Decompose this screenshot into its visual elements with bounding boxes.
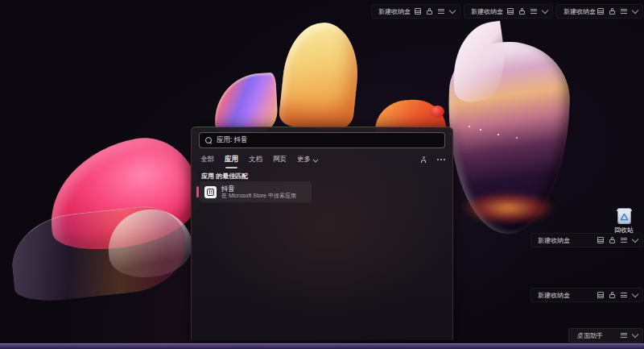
storage-box-titlebar-1[interactable]: 新建收纳盒 — [371, 4, 460, 19]
storage-box-controls — [415, 8, 455, 15]
storage-box-title: 新建收纳盒 — [538, 291, 597, 300]
lock-icon[interactable] — [609, 10, 615, 15]
menu-icon[interactable] — [621, 333, 627, 338]
wallpaper-yellow-petal — [278, 19, 362, 133]
chevron-down-icon — [313, 156, 319, 162]
sort-icon[interactable] — [507, 8, 514, 15]
result-text: 抖音 在 Microsoft Store 中搜索应用 — [221, 185, 296, 199]
storage-box-titlebar-4[interactable]: 新建收纳盒 — [530, 233, 643, 247]
storage-box-title: 新建收纳盒 — [471, 7, 507, 16]
lock-icon[interactable] — [519, 10, 525, 15]
tab-documents[interactable]: 文档 — [249, 155, 262, 164]
menu-icon[interactable] — [438, 9, 444, 14]
recycle-bin-label: 回收站 — [614, 226, 634, 235]
app-grid-glyph-icon — [207, 189, 214, 196]
storage-box-titlebar-3[interactable]: 新建收纳盒 — [556, 4, 643, 19]
wallpaper-glass-swoosh — [7, 202, 191, 305]
menu-icon[interactable] — [621, 238, 627, 243]
chevron-down-icon[interactable] — [449, 7, 456, 14]
chevron-down-icon[interactable] — [632, 7, 638, 14]
lock-icon[interactable] — [609, 294, 615, 298]
user-icon[interactable] — [420, 156, 427, 163]
selection-accent-bar — [196, 186, 199, 197]
tab-web[interactable]: 网页 — [273, 155, 287, 164]
tab-more-label: 更多 — [297, 155, 311, 164]
sort-icon[interactable] — [597, 292, 604, 298]
wallpaper-sparkles — [480, 129, 481, 131]
tab-all[interactable]: 全部 — [200, 155, 214, 164]
lock-icon[interactable] — [609, 239, 615, 243]
store-app-icon — [204, 186, 217, 198]
search-input[interactable]: 应用: 抖音 — [199, 132, 445, 148]
sort-icon[interactable] — [597, 8, 604, 15]
chevron-down-icon[interactable] — [632, 331, 638, 338]
storage-box-title: 新建收纳盒 — [538, 236, 597, 245]
menu-icon[interactable] — [530, 9, 537, 14]
search-query-text: 应用: 抖音 — [217, 135, 248, 145]
lock-icon[interactable] — [427, 10, 432, 15]
desktop-assistant-bar[interactable]: 桌面助手 — [568, 328, 643, 343]
menu-icon[interactable] — [621, 9, 627, 14]
sort-icon[interactable] — [597, 237, 604, 243]
taskbar[interactable] — [0, 343, 644, 349]
best-match-header: 应用 的最佳匹配 — [201, 172, 248, 181]
chevron-down-icon[interactable] — [632, 291, 638, 297]
storage-box-controls — [597, 292, 638, 298]
assistant-bar-label: 桌面助手 — [577, 331, 621, 340]
wallpaper-purple-fin — [213, 73, 279, 134]
storage-box-controls — [507, 8, 547, 15]
result-subtitle: 在 Microsoft Store 中搜索应用 — [221, 193, 296, 199]
result-title: 抖音 — [221, 185, 296, 193]
more-options-icon[interactable] — [437, 159, 439, 160]
storage-box-controls — [597, 237, 638, 243]
menu-icon[interactable] — [621, 293, 627, 297]
tab-apps[interactable]: 应用 — [225, 155, 238, 164]
search-result-item[interactable]: 抖音 在 Microsoft Store 中搜索应用 — [200, 181, 312, 202]
search-icon — [205, 137, 212, 143]
storage-box-title: 新建收纳盒 — [378, 7, 415, 16]
recycle-bin-shortcut[interactable]: 回收站 — [608, 208, 640, 235]
sort-icon[interactable] — [415, 8, 421, 15]
wallpaper-red-dot — [431, 106, 444, 118]
search-filter-tabs: 全部 应用 文档 网页 更多 — [200, 153, 445, 166]
storage-box-title: 新建收纳盒 — [564, 7, 597, 16]
storage-box-titlebar-5[interactable]: 新建收纳盒 — [530, 288, 643, 302]
assistant-bar-controls — [621, 333, 638, 338]
storage-box-controls — [597, 8, 638, 15]
chevron-down-icon[interactable] — [632, 236, 638, 243]
recycle-symbol-icon — [621, 214, 628, 221]
tab-more[interactable]: 更多 — [297, 155, 318, 164]
wallpaper-orange-glow — [460, 192, 555, 224]
recycle-bin-icon — [617, 208, 631, 224]
storage-box-titlebar-2[interactable]: 新建收纳盒 — [464, 4, 553, 19]
chevron-down-icon[interactable] — [542, 7, 548, 14]
desktop: 新建收纳盒 新建收纳盒 新建收纳盒 新建收纳盒 — [0, 0, 644, 349]
search-panel: 应用: 抖音 全部 应用 文档 网页 更多 应用 的最佳匹配 抖音 在 Micr… — [191, 127, 453, 340]
